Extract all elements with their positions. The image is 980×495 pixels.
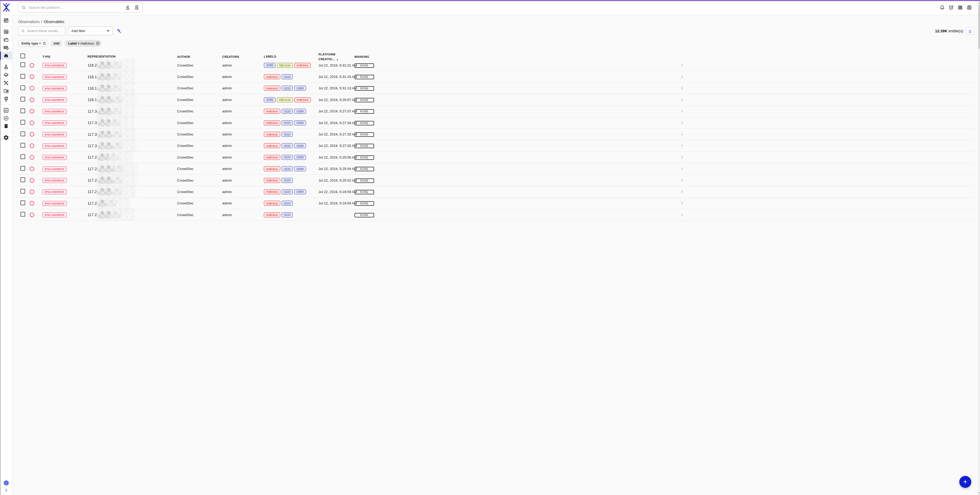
label-chip[interactable]: malicious — [264, 74, 280, 79]
label-chip[interactable]: t1110 — [282, 178, 293, 183]
sidebar-item-observations[interactable] — [0, 52, 12, 60]
table-row[interactable]: IPV4 ADDRESS 118.1 CrowdSec admin malici… — [18, 83, 416, 94]
label-chip[interactable]: http:scan — [277, 63, 293, 68]
column-header-creators[interactable]: CREATORS — [222, 55, 239, 58]
column-header-labels[interactable]: LABELS — [264, 55, 276, 58]
sidebar-item-dashboards[interactable] — [0, 106, 12, 114]
row-checkbox[interactable] — [21, 143, 25, 148]
row-checkbox[interactable] — [21, 62, 25, 67]
row-checkbox[interactable] — [21, 177, 25, 182]
label-chip[interactable]: t1589 — [294, 120, 306, 126]
label-chip[interactable]: t1589 — [294, 86, 306, 91]
filter-chip[interactable]: Entity type = — [18, 40, 48, 47]
column-header-author[interactable]: AUTHOR — [177, 55, 190, 58]
column-header-marking[interactable]: MARKING — [355, 55, 369, 58]
breadcrumb-parent[interactable]: Observations — [18, 20, 40, 24]
label-chip[interactable]: malicious — [294, 97, 311, 102]
row-checkbox[interactable] — [21, 189, 25, 194]
table-row[interactable]: IPV4 ADDRESS 117.3 CrowdSec admin malici… — [18, 117, 416, 129]
label-chip[interactable]: t1110 — [282, 189, 293, 194]
label-chip[interactable]: t1589 — [294, 109, 306, 114]
label-chip[interactable]: malicious — [264, 143, 280, 148]
label-chip[interactable]: malicious — [264, 155, 280, 160]
table-row[interactable]: IPV4 ADDRESS 118.2 CrowdSec admin t1595h… — [18, 60, 416, 71]
label-chip[interactable]: t1110 — [282, 166, 293, 171]
sidebar-item-events[interactable] — [0, 44, 12, 52]
label-chip[interactable]: malicious — [264, 166, 280, 171]
table-row[interactable]: IPV4 ADDRESS 117.2 CrowdSec admin malici… — [18, 175, 416, 186]
column-header-type[interactable]: TYPE — [43, 55, 51, 58]
table-row[interactable]: IPV4 ADDRESS 117.3 CrowdSec admin malici… — [18, 106, 416, 117]
label-chip[interactable]: t1589 — [294, 166, 306, 171]
table-row[interactable]: IPV4 ADDRESS 118.1 CrowdSec admin t1595h… — [18, 94, 416, 105]
label-chip[interactable]: malicious — [294, 63, 311, 68]
sidebar-item-entities[interactable] — [0, 87, 12, 95]
sidebar-item-threats[interactable] — [0, 63, 12, 71]
label-chip[interactable]: t1110 — [282, 201, 293, 206]
table-row[interactable]: IPV4 ADDRESS 117.2 CrowdSec admin malici… — [18, 163, 416, 175]
add-filter-select[interactable]: Add filter — [68, 27, 113, 35]
filter-chip[interactable]: Label = malicious — [65, 40, 101, 47]
row-checkbox[interactable] — [21, 132, 25, 136]
label-chip[interactable]: malicious — [264, 132, 280, 137]
sort-asc-icon[interactable]: ▲ — [336, 58, 338, 61]
sidebar-item-dashboard[interactable] — [0, 16, 12, 24]
label-chip[interactable]: t1595 — [264, 97, 275, 102]
table-row[interactable]: IPV4 ADDRESS 117.3 CrowdSec admin malici… — [18, 129, 416, 140]
row-checkbox[interactable] — [21, 97, 25, 102]
sidebar-item-arsenal[interactable] — [0, 71, 12, 79]
label-chip[interactable]: malicious — [264, 109, 280, 114]
row-checkbox[interactable] — [21, 120, 25, 125]
sidebar-item-investigations[interactable] — [0, 114, 12, 122]
remove-filter-icon[interactable] — [42, 41, 47, 46]
sidebar-item-data[interactable] — [0, 122, 12, 130]
clipboard-search-icon[interactable] — [134, 5, 139, 10]
sidebar-item-analyses[interactable] — [0, 28, 12, 36]
row-checkbox[interactable] — [21, 74, 25, 79]
table-row[interactable]: IPV4 ADDRESS 117.2 CrowdSec admin malici… — [18, 209, 416, 210]
label-chip[interactable]: malicious — [264, 201, 280, 206]
label-chip[interactable]: t1595 — [264, 63, 275, 68]
label-chip[interactable]: t1589 — [294, 143, 306, 148]
remove-filter-icon[interactable] — [95, 41, 100, 46]
row-checkbox[interactable] — [21, 201, 25, 205]
label-chip[interactable]: malicious — [264, 189, 280, 194]
clear-filters-icon[interactable] — [116, 29, 122, 33]
row-checkbox[interactable] — [21, 154, 25, 159]
sidebar-item-cases[interactable] — [0, 36, 12, 44]
platform-search-input[interactable] — [28, 5, 125, 10]
label-chip[interactable]: malicious — [264, 120, 280, 126]
row-checkbox[interactable] — [21, 166, 25, 171]
results-search[interactable] — [18, 27, 65, 35]
table-row[interactable]: IPV4 ADDRESS 118.1 CrowdSec admin malici… — [18, 71, 416, 83]
row-checkbox[interactable] — [21, 85, 25, 90]
label-chip[interactable]: t1110 — [282, 74, 293, 79]
table-row[interactable]: IPV4 ADDRESS 117.2 CrowdSec admin malici… — [18, 152, 416, 163]
column-header-representation[interactable]: REPRESENTATION — [88, 55, 116, 58]
label-chip[interactable]: t1110 — [282, 143, 293, 148]
label-chip[interactable]: t1110 — [282, 155, 293, 160]
microscope-icon[interactable] — [125, 5, 130, 10]
results-search-input[interactable] — [27, 29, 62, 33]
sidebar-item-techniques[interactable] — [0, 79, 12, 87]
row-checkbox[interactable] — [21, 108, 25, 113]
label-chip[interactable]: t1110 — [282, 120, 293, 126]
label-chip[interactable]: t1589 — [294, 155, 306, 160]
label-chip[interactable]: http:scan — [277, 97, 293, 102]
label-chip[interactable]: t1110 — [282, 86, 293, 91]
select-all-checkbox[interactable] — [21, 54, 25, 58]
marking-chip: NONE — [355, 86, 374, 91]
table-row[interactable]: IPV4 ADDRESS 117.3 CrowdSec admin malici… — [18, 140, 416, 152]
label-chip[interactable]: t1110 — [282, 132, 293, 137]
table-row[interactable]: IPV4 ADDRESS 117.2 CrowdSec admin malici… — [18, 198, 416, 209]
sidebar-item-settings[interactable] — [0, 134, 12, 142]
opencti-logo-icon[interactable] — [2, 3, 10, 12]
label-chip[interactable]: t1110 — [282, 109, 293, 114]
label-chip[interactable]: malicious — [264, 86, 280, 91]
column-header-platform-creation[interactable]: PLATFORM CREATIO... — [318, 53, 336, 61]
label-chip[interactable]: t1589 — [294, 189, 306, 194]
platform-search[interactable] — [18, 2, 143, 13]
table-row[interactable]: IPV4 ADDRESS 117.2 CrowdSec admin malici… — [18, 186, 416, 197]
sidebar-item-locations[interactable] — [0, 95, 12, 103]
label-chip[interactable]: malicious — [264, 178, 280, 183]
